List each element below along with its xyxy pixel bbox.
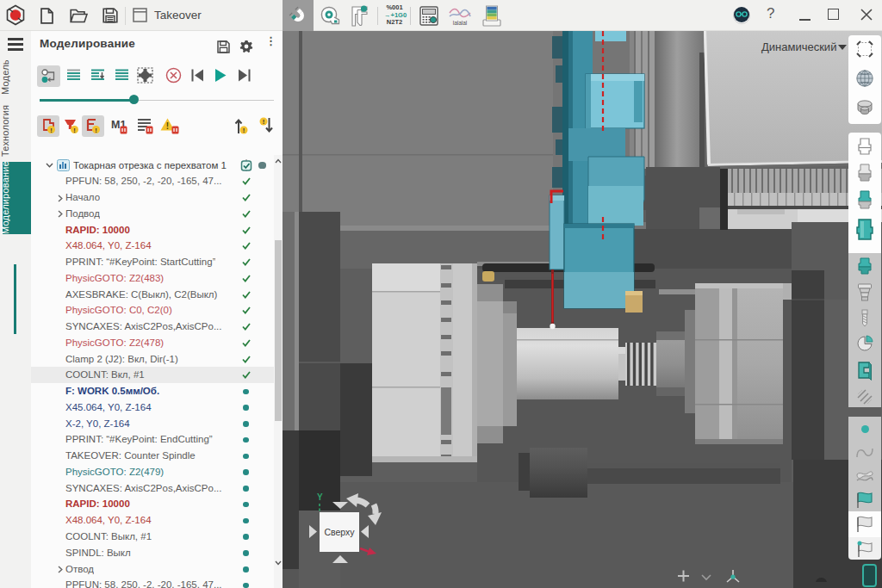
svg-text:!: ! [50, 127, 53, 134]
svg-text:!: ! [243, 127, 245, 134]
svg-text:!: ! [95, 127, 97, 134]
svg-text:Динамический: Динамический [761, 40, 836, 53]
svg-text:lalalal: lalalal [453, 20, 468, 26]
svg-text:Y: Y [317, 492, 323, 502]
svg-text:!: ! [166, 121, 169, 131]
svg-text:Сверху: Сверху [324, 527, 355, 537]
svg-text:!: ! [73, 127, 76, 134]
svg-text:!: ! [263, 118, 265, 126]
